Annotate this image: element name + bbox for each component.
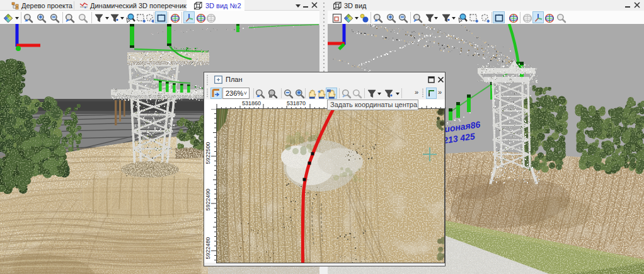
svg-text:531870: 531870 [287, 100, 306, 106]
svg-text:531860: 531860 [242, 100, 261, 106]
